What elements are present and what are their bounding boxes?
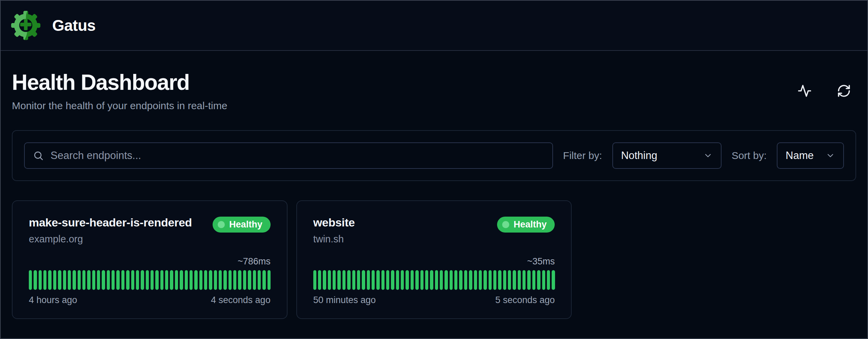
uptime-bar[interactable] [337, 270, 340, 290]
uptime-bar[interactable] [165, 270, 168, 290]
uptime-bar[interactable] [131, 270, 134, 290]
endpoint-name[interactable]: make-sure-header-is-rendered [29, 216, 192, 229]
uptime-bar[interactable] [82, 270, 85, 290]
uptime-bar[interactable] [229, 270, 232, 290]
uptime-bar[interactable] [116, 270, 119, 290]
uptime-bar[interactable] [63, 270, 66, 290]
uptime-bar[interactable] [180, 270, 183, 290]
uptime-bar[interactable] [170, 270, 173, 290]
uptime-bar[interactable] [262, 270, 265, 290]
uptime-bar[interactable] [87, 270, 90, 290]
uptime-bar[interactable] [401, 270, 404, 290]
uptime-bar[interactable] [420, 270, 423, 290]
uptime-bar[interactable] [372, 270, 375, 290]
search-box[interactable] [24, 142, 553, 169]
uptime-bar[interactable] [58, 270, 61, 290]
uptime-bar[interactable] [223, 270, 226, 290]
uptime-bar[interactable] [425, 270, 428, 290]
uptime-bar[interactable] [248, 270, 251, 290]
uptime-bar[interactable] [112, 270, 115, 290]
uptime-bar[interactable] [92, 270, 95, 290]
uptime-bar[interactable] [78, 270, 81, 290]
uptime-bar[interactable] [333, 270, 336, 290]
uptime-bar[interactable] [474, 270, 477, 290]
uptime-bar[interactable] [508, 270, 511, 290]
uptime-bar[interactable] [238, 270, 241, 290]
uptime-bar[interactable] [396, 270, 399, 290]
uptime-bar[interactable] [552, 270, 555, 290]
uptime-bar[interactable] [498, 270, 501, 290]
uptime-bar[interactable] [323, 270, 326, 290]
uptime-bar[interactable] [146, 270, 149, 290]
uptime-bar[interactable] [445, 270, 448, 290]
uptime-bar[interactable] [68, 270, 71, 290]
uptime-bar[interactable] [43, 270, 46, 290]
uptime-bar[interactable] [352, 270, 355, 290]
uptime-bar[interactable] [450, 270, 453, 290]
uptime-bar[interactable] [209, 270, 212, 290]
uptime-bar[interactable] [459, 270, 462, 290]
uptime-bar[interactable] [219, 270, 222, 290]
filter-select[interactable]: Nothing [612, 142, 722, 169]
uptime-bar[interactable] [391, 270, 394, 290]
uptime-bar[interactable] [347, 270, 350, 290]
uptime-bar[interactable] [185, 270, 188, 290]
uptime-bar[interactable] [136, 270, 139, 290]
uptime-bar[interactable] [435, 270, 438, 290]
uptime-bar[interactable] [537, 270, 540, 290]
uptime-bar[interactable] [204, 270, 207, 290]
uptime-bar[interactable] [522, 270, 526, 290]
uptime-bar[interactable] [367, 270, 370, 290]
uptime-bar[interactable] [542, 270, 545, 290]
uptime-bar[interactable] [386, 270, 389, 290]
uptime-bar[interactable] [313, 270, 316, 290]
uptime-bar[interactable] [73, 270, 76, 290]
sort-select[interactable]: Name [777, 142, 844, 169]
uptime-bar[interactable] [53, 270, 56, 290]
uptime-bar[interactable] [190, 270, 193, 290]
uptime-bar[interactable] [489, 270, 492, 290]
uptime-bar[interactable] [479, 270, 482, 290]
uptime-bar[interactable] [376, 270, 379, 290]
uptime-bar[interactable] [440, 270, 443, 290]
endpoint-card[interactable]: website twin.sh Healthy ~35ms 50 minutes… [296, 200, 572, 319]
uptime-bar[interactable] [513, 270, 516, 290]
uptime-bar[interactable] [29, 270, 32, 290]
uptime-bar[interactable] [268, 270, 271, 290]
uptime-bar[interactable] [357, 270, 360, 290]
uptime-bar[interactable] [430, 270, 433, 290]
uptime-bar[interactable] [199, 270, 202, 290]
uptime-bar[interactable] [342, 270, 346, 290]
uptime-bar[interactable] [362, 270, 365, 290]
uptime-bar[interactable] [469, 270, 472, 290]
uptime-bar[interactable] [175, 270, 178, 290]
uptime-bar[interactable] [454, 270, 457, 290]
uptime-bar[interactable] [484, 270, 487, 290]
uptime-bar[interactable] [151, 270, 154, 290]
search-input[interactable] [51, 149, 544, 162]
uptime-bar[interactable] [243, 270, 246, 290]
uptime-bar[interactable] [141, 270, 144, 290]
uptime-bar[interactable] [253, 270, 256, 290]
uptime-bar[interactable] [381, 270, 384, 290]
uptime-bar[interactable] [415, 270, 418, 290]
endpoint-name[interactable]: website [313, 216, 355, 229]
uptime-bar[interactable] [121, 270, 124, 290]
uptime-bar[interactable] [527, 270, 530, 290]
uptime-bar[interactable] [34, 270, 37, 290]
uptime-bar[interactable] [126, 270, 129, 290]
uptime-bar[interactable] [233, 270, 236, 290]
activity-button[interactable] [797, 84, 812, 98]
refresh-button[interactable] [837, 84, 851, 98]
uptime-bar[interactable] [318, 270, 321, 290]
brand[interactable]: Gatus [11, 11, 96, 40]
uptime-bar[interactable] [503, 270, 506, 290]
uptime-bar[interactable] [258, 270, 261, 290]
uptime-bar[interactable] [48, 270, 51, 290]
uptime-bar[interactable] [97, 270, 100, 290]
uptime-bar[interactable] [464, 270, 467, 290]
uptime-bar[interactable] [493, 270, 496, 290]
uptime-bar[interactable] [406, 270, 409, 290]
uptime-bar[interactable] [328, 270, 331, 290]
endpoint-card[interactable]: make-sure-header-is-rendered example.org… [12, 200, 288, 319]
